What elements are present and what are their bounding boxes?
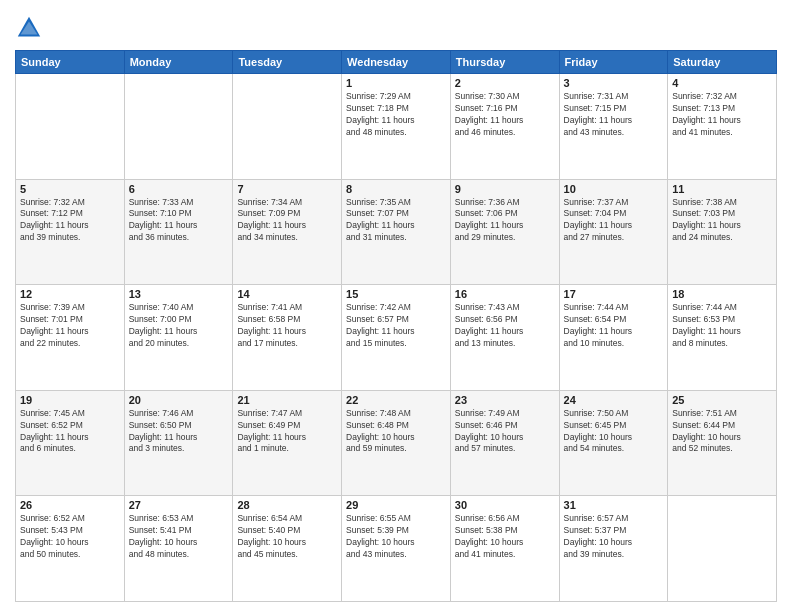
- day-number: 6: [129, 183, 229, 195]
- calendar-cell: 23Sunrise: 7:49 AMSunset: 6:46 PMDayligh…: [450, 390, 559, 496]
- calendar-cell: 24Sunrise: 7:50 AMSunset: 6:45 PMDayligh…: [559, 390, 668, 496]
- week-row-2: 12Sunrise: 7:39 AMSunset: 7:01 PMDayligh…: [16, 285, 777, 391]
- calendar-cell: [668, 496, 777, 602]
- weekday-header-thursday: Thursday: [450, 51, 559, 74]
- calendar-cell: 20Sunrise: 7:46 AMSunset: 6:50 PMDayligh…: [124, 390, 233, 496]
- day-info: Sunrise: 6:56 AMSunset: 5:38 PMDaylight:…: [455, 513, 555, 561]
- day-number: 7: [237, 183, 337, 195]
- calendar-cell: 28Sunrise: 6:54 AMSunset: 5:40 PMDayligh…: [233, 496, 342, 602]
- day-number: 4: [672, 77, 772, 89]
- calendar-cell: 11Sunrise: 7:38 AMSunset: 7:03 PMDayligh…: [668, 179, 777, 285]
- day-info: Sunrise: 7:32 AMSunset: 7:13 PMDaylight:…: [672, 91, 772, 139]
- calendar-cell: 31Sunrise: 6:57 AMSunset: 5:37 PMDayligh…: [559, 496, 668, 602]
- day-info: Sunrise: 7:45 AMSunset: 6:52 PMDaylight:…: [20, 408, 120, 456]
- day-info: Sunrise: 7:39 AMSunset: 7:01 PMDaylight:…: [20, 302, 120, 350]
- day-number: 17: [564, 288, 664, 300]
- day-info: Sunrise: 6:53 AMSunset: 5:41 PMDaylight:…: [129, 513, 229, 561]
- day-info: Sunrise: 7:30 AMSunset: 7:16 PMDaylight:…: [455, 91, 555, 139]
- calendar-cell: [233, 74, 342, 180]
- calendar-cell: 13Sunrise: 7:40 AMSunset: 7:00 PMDayligh…: [124, 285, 233, 391]
- day-info: Sunrise: 7:50 AMSunset: 6:45 PMDaylight:…: [564, 408, 664, 456]
- week-row-3: 19Sunrise: 7:45 AMSunset: 6:52 PMDayligh…: [16, 390, 777, 496]
- week-row-4: 26Sunrise: 6:52 AMSunset: 5:43 PMDayligh…: [16, 496, 777, 602]
- day-number: 18: [672, 288, 772, 300]
- calendar-cell: 6Sunrise: 7:33 AMSunset: 7:10 PMDaylight…: [124, 179, 233, 285]
- day-number: 25: [672, 394, 772, 406]
- day-number: 3: [564, 77, 664, 89]
- day-info: Sunrise: 7:33 AMSunset: 7:10 PMDaylight:…: [129, 197, 229, 245]
- day-number: 5: [20, 183, 120, 195]
- weekday-header-wednesday: Wednesday: [342, 51, 451, 74]
- calendar-cell: 29Sunrise: 6:55 AMSunset: 5:39 PMDayligh…: [342, 496, 451, 602]
- day-info: Sunrise: 7:43 AMSunset: 6:56 PMDaylight:…: [455, 302, 555, 350]
- day-info: Sunrise: 7:37 AMSunset: 7:04 PMDaylight:…: [564, 197, 664, 245]
- day-number: 10: [564, 183, 664, 195]
- day-info: Sunrise: 7:29 AMSunset: 7:18 PMDaylight:…: [346, 91, 446, 139]
- calendar-cell: [16, 74, 125, 180]
- day-number: 16: [455, 288, 555, 300]
- logo: [15, 14, 45, 42]
- calendar-cell: 3Sunrise: 7:31 AMSunset: 7:15 PMDaylight…: [559, 74, 668, 180]
- day-info: Sunrise: 7:44 AMSunset: 6:54 PMDaylight:…: [564, 302, 664, 350]
- weekday-header-monday: Monday: [124, 51, 233, 74]
- calendar-cell: 9Sunrise: 7:36 AMSunset: 7:06 PMDaylight…: [450, 179, 559, 285]
- calendar-table: SundayMondayTuesdayWednesdayThursdayFrid…: [15, 50, 777, 602]
- day-number: 1: [346, 77, 446, 89]
- day-number: 8: [346, 183, 446, 195]
- day-info: Sunrise: 7:49 AMSunset: 6:46 PMDaylight:…: [455, 408, 555, 456]
- day-number: 23: [455, 394, 555, 406]
- week-row-0: 1Sunrise: 7:29 AMSunset: 7:18 PMDaylight…: [16, 74, 777, 180]
- day-info: Sunrise: 6:52 AMSunset: 5:43 PMDaylight:…: [20, 513, 120, 561]
- day-info: Sunrise: 7:46 AMSunset: 6:50 PMDaylight:…: [129, 408, 229, 456]
- day-number: 19: [20, 394, 120, 406]
- calendar-cell: 18Sunrise: 7:44 AMSunset: 6:53 PMDayligh…: [668, 285, 777, 391]
- page: SundayMondayTuesdayWednesdayThursdayFrid…: [0, 0, 792, 612]
- day-number: 22: [346, 394, 446, 406]
- day-info: Sunrise: 7:44 AMSunset: 6:53 PMDaylight:…: [672, 302, 772, 350]
- calendar-cell: 19Sunrise: 7:45 AMSunset: 6:52 PMDayligh…: [16, 390, 125, 496]
- day-number: 30: [455, 499, 555, 511]
- calendar-cell: 7Sunrise: 7:34 AMSunset: 7:09 PMDaylight…: [233, 179, 342, 285]
- day-info: Sunrise: 7:32 AMSunset: 7:12 PMDaylight:…: [20, 197, 120, 245]
- day-info: Sunrise: 6:54 AMSunset: 5:40 PMDaylight:…: [237, 513, 337, 561]
- day-number: 21: [237, 394, 337, 406]
- day-number: 12: [20, 288, 120, 300]
- calendar-cell: 21Sunrise: 7:47 AMSunset: 6:49 PMDayligh…: [233, 390, 342, 496]
- day-number: 24: [564, 394, 664, 406]
- calendar-cell: 12Sunrise: 7:39 AMSunset: 7:01 PMDayligh…: [16, 285, 125, 391]
- day-info: Sunrise: 7:36 AMSunset: 7:06 PMDaylight:…: [455, 197, 555, 245]
- day-info: Sunrise: 7:38 AMSunset: 7:03 PMDaylight:…: [672, 197, 772, 245]
- day-number: 14: [237, 288, 337, 300]
- calendar-cell: 1Sunrise: 7:29 AMSunset: 7:18 PMDaylight…: [342, 74, 451, 180]
- day-info: Sunrise: 7:47 AMSunset: 6:49 PMDaylight:…: [237, 408, 337, 456]
- calendar-cell: 2Sunrise: 7:30 AMSunset: 7:16 PMDaylight…: [450, 74, 559, 180]
- weekday-header-sunday: Sunday: [16, 51, 125, 74]
- weekday-header-friday: Friday: [559, 51, 668, 74]
- day-info: Sunrise: 7:41 AMSunset: 6:58 PMDaylight:…: [237, 302, 337, 350]
- calendar-cell: 22Sunrise: 7:48 AMSunset: 6:48 PMDayligh…: [342, 390, 451, 496]
- calendar-cell: 26Sunrise: 6:52 AMSunset: 5:43 PMDayligh…: [16, 496, 125, 602]
- day-number: 28: [237, 499, 337, 511]
- calendar-cell: 5Sunrise: 7:32 AMSunset: 7:12 PMDaylight…: [16, 179, 125, 285]
- day-info: Sunrise: 6:57 AMSunset: 5:37 PMDaylight:…: [564, 513, 664, 561]
- day-info: Sunrise: 7:42 AMSunset: 6:57 PMDaylight:…: [346, 302, 446, 350]
- day-number: 27: [129, 499, 229, 511]
- day-info: Sunrise: 7:51 AMSunset: 6:44 PMDaylight:…: [672, 408, 772, 456]
- day-number: 26: [20, 499, 120, 511]
- calendar-cell: 15Sunrise: 7:42 AMSunset: 6:57 PMDayligh…: [342, 285, 451, 391]
- calendar-cell: 10Sunrise: 7:37 AMSunset: 7:04 PMDayligh…: [559, 179, 668, 285]
- day-info: Sunrise: 7:48 AMSunset: 6:48 PMDaylight:…: [346, 408, 446, 456]
- day-info: Sunrise: 7:31 AMSunset: 7:15 PMDaylight:…: [564, 91, 664, 139]
- day-number: 20: [129, 394, 229, 406]
- day-number: 11: [672, 183, 772, 195]
- day-number: 31: [564, 499, 664, 511]
- weekday-header-saturday: Saturday: [668, 51, 777, 74]
- week-row-1: 5Sunrise: 7:32 AMSunset: 7:12 PMDaylight…: [16, 179, 777, 285]
- day-info: Sunrise: 7:35 AMSunset: 7:07 PMDaylight:…: [346, 197, 446, 245]
- day-number: 29: [346, 499, 446, 511]
- day-number: 13: [129, 288, 229, 300]
- calendar-cell: 25Sunrise: 7:51 AMSunset: 6:44 PMDayligh…: [668, 390, 777, 496]
- day-number: 15: [346, 288, 446, 300]
- weekday-header-row: SundayMondayTuesdayWednesdayThursdayFrid…: [16, 51, 777, 74]
- day-number: 2: [455, 77, 555, 89]
